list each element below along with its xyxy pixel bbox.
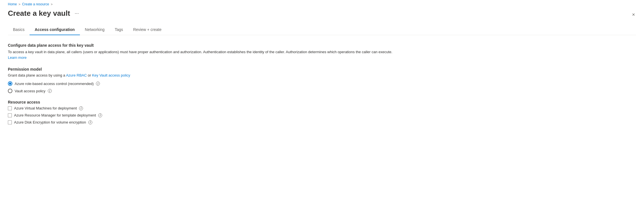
resource-access-checkbox-group: Azure Virtual Machines for deployment i …	[8, 106, 636, 124]
checkbox-vm-deployment[interactable]: Azure Virtual Machines for deployment i	[8, 106, 636, 110]
permission-model-description: Grant data plane access by using a Azure…	[8, 73, 636, 77]
resource-access-section: Resource access Azure Virtual Machines f…	[8, 100, 636, 124]
checkbox-arm-deployment-box	[8, 113, 12, 117]
close-button[interactable]: ×	[631, 11, 636, 19]
tab-review-create[interactable]: Review + create	[128, 24, 167, 35]
permission-desc-prefix: Grant data plane access by using a	[8, 73, 66, 77]
breadcrumb: Home > Create a resource >	[8, 0, 636, 7]
breadcrumb-create-resource[interactable]: Create a resource	[22, 2, 49, 6]
radio-rbac-circle	[8, 81, 12, 86]
key-vault-policy-link[interactable]: Key Vault access policy	[92, 73, 130, 77]
resource-access-title: Resource access	[8, 100, 636, 104]
breadcrumb-home[interactable]: Home	[8, 2, 17, 6]
radio-vault-policy-label: Vault access policy	[15, 89, 46, 93]
configure-desc-text: To access a key vault in data plane, all…	[8, 50, 392, 54]
breadcrumb-separator-2: >	[51, 3, 53, 6]
radio-vault-policy-info-icon[interactable]: i	[48, 89, 52, 93]
radio-rbac[interactable]: Azure role-based access control (recomme…	[8, 81, 636, 86]
radio-vault-policy-circle	[8, 89, 12, 93]
checkbox-vm-deployment-label: Azure Virtual Machines for deployment	[14, 106, 77, 110]
checkbox-vm-deployment-box	[8, 106, 12, 110]
tabs-container: Basics Access configuration Networking T…	[8, 24, 636, 35]
breadcrumb-separator-1: >	[19, 3, 20, 6]
permission-model-section: Permission model Grant data plane access…	[8, 67, 636, 93]
permission-or-label: or	[88, 73, 92, 77]
checkbox-arm-deployment[interactable]: Azure Resource Manager for template depl…	[8, 113, 636, 117]
configure-section-title: Configure data plane access for this key…	[8, 43, 636, 48]
checkbox-disk-encryption-label: Azure Disk Encryption for volume encrypt…	[14, 120, 86, 124]
permission-model-radio-group: Azure role-based access control (recomme…	[8, 81, 636, 93]
checkbox-vm-deployment-info-icon[interactable]: i	[79, 106, 83, 110]
configure-section: Configure data plane access for this key…	[8, 43, 636, 60]
more-options-button[interactable]: ···	[73, 10, 80, 17]
radio-rbac-info-icon[interactable]: i	[96, 82, 100, 86]
checkbox-arm-deployment-label: Azure Resource Manager for template depl…	[14, 113, 96, 117]
checkbox-disk-encryption[interactable]: Azure Disk Encryption for volume encrypt…	[8, 120, 636, 124]
radio-rbac-label: Azure role-based access control (recomme…	[15, 82, 94, 86]
permission-model-title: Permission model	[8, 67, 636, 71]
tab-access-configuration[interactable]: Access configuration	[30, 24, 80, 35]
tab-basics[interactable]: Basics	[8, 24, 30, 35]
page-container: Home > Create a resource > Create a key …	[0, 0, 644, 224]
page-title: Create a key vault	[8, 9, 70, 18]
learn-more-link[interactable]: Learn more	[8, 55, 26, 60]
tab-tags[interactable]: Tags	[110, 24, 128, 35]
configure-section-description: To access a key vault in data plane, all…	[8, 49, 402, 60]
radio-vault-policy[interactable]: Vault access policy i	[8, 89, 636, 93]
page-title-area: Create a key vault ···	[8, 9, 80, 18]
checkbox-disk-encryption-info-icon[interactable]: i	[88, 120, 92, 124]
page-header: Create a key vault ···	[8, 7, 636, 24]
azure-rbac-link[interactable]: Azure RBAC	[66, 73, 87, 77]
checkbox-disk-encryption-box	[8, 120, 12, 124]
checkbox-arm-deployment-info-icon[interactable]: i	[98, 113, 102, 117]
tab-networking[interactable]: Networking	[80, 24, 110, 35]
